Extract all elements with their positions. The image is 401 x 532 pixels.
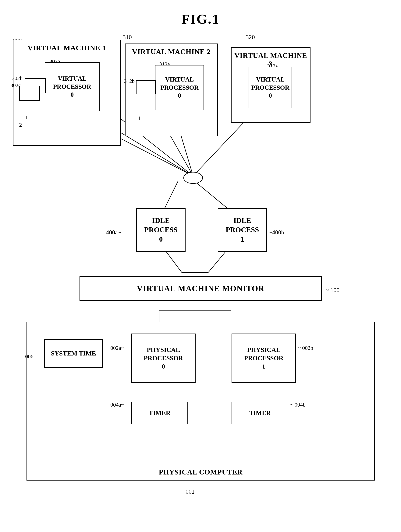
idle-1-label: IDLEPROCESS1 xyxy=(226,216,259,244)
vmm-box: VIRTUAL MACHINE MONITOR xyxy=(79,276,322,301)
vm2-q1-num: 1 xyxy=(138,115,141,121)
system-time-label: SYSTEM TIME xyxy=(51,349,96,358)
ref-310: 310 xyxy=(123,34,132,41)
timer1-box: TIMER xyxy=(232,402,288,424)
idle-process-0-box: IDLEPROCESS0 xyxy=(136,208,186,252)
vm1-q1-num: 1 xyxy=(25,114,28,120)
svg-line-9 xyxy=(165,250,182,272)
ref-400b: ~400b xyxy=(269,229,284,236)
vm2-box: VIRTUAL MACHINE 2 312a 312b VIRTUALPROCE… xyxy=(125,44,218,136)
vm1-label: VIRTUAL MACHINE 1 xyxy=(13,40,120,54)
svg-line-8 xyxy=(197,183,227,208)
physical-computer-box: SYSTEM TIME 006 PHYSICALPROCESSOR0 002a~… xyxy=(26,322,375,481)
ref-002b: ~ 002b xyxy=(298,345,313,351)
ref-320: 320 xyxy=(246,34,255,41)
vm3-box: VIRTUAL MACHINE 3 322a VIRTUALPROCESSOR0 xyxy=(231,47,310,123)
ref-004a: 004a~ xyxy=(110,402,124,408)
vm1-vp-box: VIRTUALPROCESSOR0 xyxy=(45,62,100,111)
vm1-queue2 xyxy=(19,86,40,101)
ref-100: ~ 100 xyxy=(326,287,339,294)
vm2-vp-box: VIRTUALPROCESSOR0 xyxy=(155,65,204,110)
vm1-vp-label: VIRTUALPROCESSOR0 xyxy=(53,75,91,99)
pp0-label: PHYSICALPROCESSOR0 xyxy=(144,346,183,371)
svg-line-10 xyxy=(208,250,227,272)
ref-001: 001 xyxy=(186,488,195,495)
ref-312b: 312b xyxy=(124,78,135,84)
pp0-box: PHYSICALPROCESSOR0 xyxy=(131,334,196,383)
svg-line-7 xyxy=(165,181,178,208)
timer0-label: TIMER xyxy=(149,409,170,417)
system-time-box: SYSTEM TIME xyxy=(44,339,103,367)
timer1-label: TIMER xyxy=(249,409,271,417)
idle-0-label: IDLEPROCESS0 xyxy=(144,216,177,244)
idle-process-1-box: IDLEPROCESS1 xyxy=(218,208,267,252)
vmm-label: VIRTUAL MACHINE MONITOR xyxy=(137,284,265,293)
vm1-q2-num: 2 xyxy=(19,122,22,128)
vm2-vp-label: VIRTUALPROCESSOR0 xyxy=(160,76,199,100)
ref-400a: 400a~ xyxy=(106,229,121,236)
vm2-queue1 xyxy=(136,80,156,94)
pp1-box: PHYSICALPROCESSOR1 xyxy=(232,334,296,383)
vm3-vp-label: VIRTUALPROCESSOR0 xyxy=(251,76,290,100)
ref-302b: 302b xyxy=(12,75,23,81)
ref-006-inner: 006 xyxy=(25,353,33,360)
vm1-box: VIRTUAL MACHINE 1 302a 302b 302c VIRTUAL… xyxy=(13,40,121,146)
svg-point-6 xyxy=(184,172,203,184)
ref-002a: 002a~ xyxy=(110,345,124,351)
figure-title: FIG.1 xyxy=(0,0,401,27)
timer0-box: TIMER xyxy=(131,402,188,424)
vm3-vp-box: VIRTUALPROCESSOR0 xyxy=(249,67,292,108)
ref-004b: ~ 004b xyxy=(290,402,306,408)
pp1-label: PHYSICALPROCESSOR1 xyxy=(244,346,284,371)
physical-computer-label: PHYSICAL COMPUTER xyxy=(27,468,374,476)
vm2-label: VIRTUAL MACHINE 2 xyxy=(126,44,217,58)
